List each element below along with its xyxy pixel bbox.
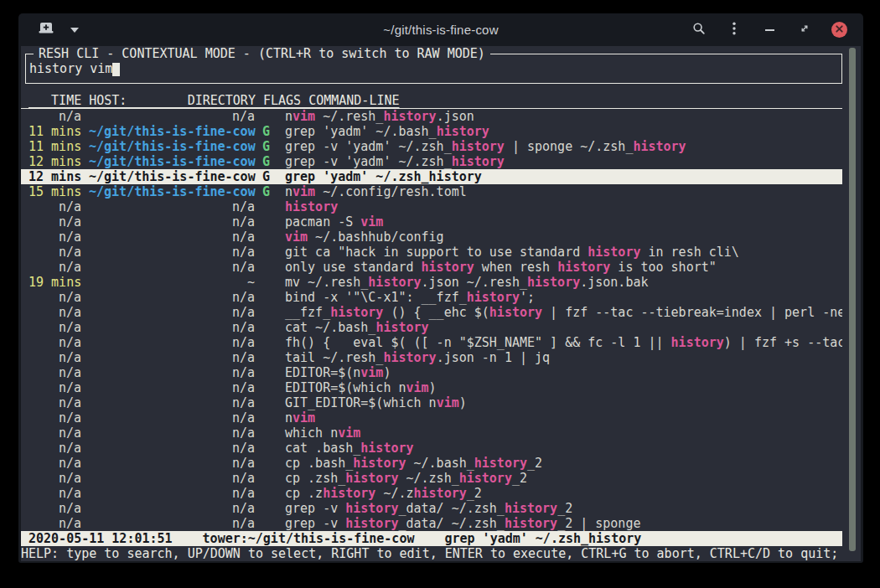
history-row[interactable]: n/an/aGIT_EDITOR=$(which nvim) bbox=[21, 395, 842, 410]
resh-search-box: RESH CLI - CONTEXTUAL MODE - (CTRL+R to … bbox=[25, 54, 842, 84]
history-row[interactable]: 11 mins~/git/this-is-fine-cowGgrep 'yadm… bbox=[21, 124, 842, 139]
row-command: grep 'yadm' ~/.zsh_history bbox=[277, 169, 842, 184]
history-row[interactable]: n/an/aEDITOR=$(which nvim) bbox=[21, 380, 842, 395]
history-row[interactable]: n/an/anvim ~/.resh_history.json bbox=[21, 109, 842, 124]
history-row[interactable]: n/an/agrep -v history_data/ ~/.zsh_histo… bbox=[21, 501, 842, 516]
row-command: __fzf_history () { __ehc $(history | fzf… bbox=[277, 305, 842, 320]
history-row[interactable]: n/an/atail ~/.resh_history.json -n 1 | j… bbox=[21, 350, 842, 365]
row-time: n/a bbox=[28, 516, 81, 531]
row-command: grep -v history_data/ ~/.zsh_history_2 |… bbox=[277, 516, 842, 531]
chevron-down-icon bbox=[70, 28, 79, 33]
row-flags bbox=[262, 260, 270, 275]
row-command: which nvim bbox=[277, 426, 842, 441]
history-row[interactable]: 12 mins~/git/this-is-fine-cowGgrep -v 'y… bbox=[21, 154, 842, 169]
history-row[interactable]: n/an/agrep -v history_data/ ~/.zsh_histo… bbox=[21, 516, 842, 531]
row-time: 11 mins bbox=[28, 124, 81, 139]
row-flags bbox=[262, 230, 270, 245]
history-row[interactable]: n/an/acp .zsh_history ~/.zsh_history_2 bbox=[21, 471, 842, 486]
history-row[interactable]: n/an/acp .zhistory ~/.zhistory_2 bbox=[21, 486, 842, 501]
row-time: n/a bbox=[28, 486, 81, 501]
row-directory: ~/git/this-is-fine-cow bbox=[89, 139, 255, 154]
row-command: mv ~/.resh_history.json ~/.resh_history.… bbox=[277, 275, 842, 290]
row-time: n/a bbox=[28, 350, 81, 365]
row-directory: n/a bbox=[89, 199, 255, 214]
history-row[interactable]: 12 mins~/git/this-is-fine-cowGgrep 'yadm… bbox=[21, 169, 842, 184]
row-time: n/a bbox=[28, 501, 81, 516]
history-row[interactable]: n/an/acat ~/.bash_history bbox=[21, 320, 842, 335]
row-flags: G bbox=[262, 154, 270, 169]
history-row[interactable]: n/an/ahistory bbox=[21, 199, 842, 214]
row-command: EDITOR=$(which nvim) bbox=[277, 380, 842, 395]
row-directory: n/a bbox=[89, 214, 255, 230]
terminal-screen: RESH CLI - CONTEXTUAL MODE - (CTRL+R to … bbox=[21, 46, 861, 561]
history-row[interactable]: n/an/awhich nvim bbox=[21, 426, 842, 441]
history-row[interactable]: n/an/apacman -S vim bbox=[21, 214, 842, 230]
search-button[interactable] bbox=[691, 21, 707, 39]
row-command: GIT_EDITOR=$(which nvim) bbox=[277, 395, 842, 410]
row-command: cp .zhistory ~/.zhistory_2 bbox=[277, 486, 842, 501]
history-row[interactable]: n/an/aonly use standard history when res… bbox=[21, 260, 842, 275]
row-flags bbox=[262, 109, 270, 124]
history-row[interactable]: 15 mins~/git/this-is-fine-cowGnvim ~/.co… bbox=[21, 184, 842, 199]
new-tab-button[interactable] bbox=[38, 21, 54, 39]
row-time: n/a bbox=[28, 214, 81, 230]
row-flags bbox=[262, 214, 270, 230]
minimize-button[interactable] bbox=[761, 21, 778, 39]
history-row[interactable]: n/an/abind -x '"\C-x1": __fzf_history'; bbox=[21, 290, 842, 305]
history-row[interactable]: n/an/avim ~/.bashhub/config bbox=[21, 230, 842, 245]
row-directory: ~/git/this-is-fine-cow bbox=[89, 184, 255, 199]
row-directory: n/a bbox=[89, 365, 255, 380]
scrollbar[interactable] bbox=[847, 46, 856, 561]
history-row[interactable]: n/an/acat .bash_history bbox=[21, 441, 842, 456]
status-command: grep 'yadm' ~/.zsh_history bbox=[444, 531, 641, 546]
history-row[interactable]: n/an/afh() { eval $( ([ -n "$ZSH_NAME" ]… bbox=[21, 335, 842, 350]
row-command: bind -x '"\C-x1": __fzf_history'; bbox=[277, 290, 842, 305]
row-command: cat .bash_history bbox=[277, 441, 842, 456]
row-time: 19 mins bbox=[28, 275, 81, 290]
row-directory: n/a bbox=[89, 320, 255, 335]
row-command: nvim ~/.resh_history.json bbox=[277, 109, 842, 124]
row-directory: n/a bbox=[89, 109, 255, 124]
row-flags: G bbox=[262, 169, 270, 184]
row-time: n/a bbox=[28, 380, 81, 395]
row-flags bbox=[262, 380, 270, 395]
history-row[interactable]: 11 mins~/git/this-is-fine-cowGgrep -v 'y… bbox=[21, 139, 842, 154]
row-directory: n/a bbox=[89, 245, 255, 260]
row-command: grep -v history_data/ ~/.zsh_history_2 bbox=[277, 501, 842, 516]
row-time: n/a bbox=[28, 471, 81, 486]
history-row[interactable]: n/an/acp .bash_history ~/.bash_history_2 bbox=[21, 456, 842, 471]
row-time: n/a bbox=[28, 260, 81, 275]
row-flags bbox=[262, 486, 270, 501]
row-flags bbox=[262, 501, 270, 516]
row-command: history bbox=[277, 199, 842, 214]
row-time: 11 mins bbox=[28, 139, 81, 154]
row-directory: ~/git/this-is-fine-cow bbox=[89, 154, 255, 169]
row-time: n/a bbox=[28, 109, 81, 124]
row-flags bbox=[262, 426, 270, 441]
row-time: n/a bbox=[28, 230, 81, 245]
row-directory: n/a bbox=[89, 350, 255, 365]
status-datetime: 2020-05-11 12:01:51 bbox=[28, 531, 173, 546]
row-directory: n/a bbox=[89, 471, 255, 486]
row-command: fh() { eval $( ([ -n "$ZSH_NAME" ] && fc… bbox=[277, 335, 842, 350]
row-command: grep -v 'yadm' ~/.zsh_history | sponge ~… bbox=[277, 139, 842, 154]
row-directory: ~ bbox=[89, 275, 255, 290]
tab-dropdown-button[interactable] bbox=[66, 21, 83, 39]
row-command: grep -v 'yadm' ~/.zsh_history bbox=[277, 154, 842, 169]
close-button[interactable] bbox=[831, 22, 847, 38]
row-directory: n/a bbox=[89, 410, 255, 426]
history-row[interactable]: n/an/anvim bbox=[21, 410, 842, 426]
row-command: nvim bbox=[277, 410, 842, 426]
history-row[interactable]: n/an/a__fzf_history () { __ehc $(history… bbox=[21, 305, 842, 320]
row-flags bbox=[262, 305, 270, 320]
menu-button[interactable] bbox=[726, 21, 743, 39]
scrollbar-thumb[interactable] bbox=[849, 48, 856, 551]
row-directory: n/a bbox=[89, 395, 255, 410]
history-row[interactable]: n/an/agit ca "hack in support to use sta… bbox=[21, 245, 842, 260]
history-row[interactable]: n/an/aEDITOR=$(nvim) bbox=[21, 365, 842, 380]
row-directory: n/a bbox=[89, 305, 255, 320]
restore-button[interactable] bbox=[796, 21, 813, 39]
new-tab-icon bbox=[39, 22, 54, 38]
history-row[interactable]: 19 mins~mv ~/.resh_history.json ~/.resh_… bbox=[21, 275, 842, 290]
row-flags bbox=[262, 516, 270, 531]
